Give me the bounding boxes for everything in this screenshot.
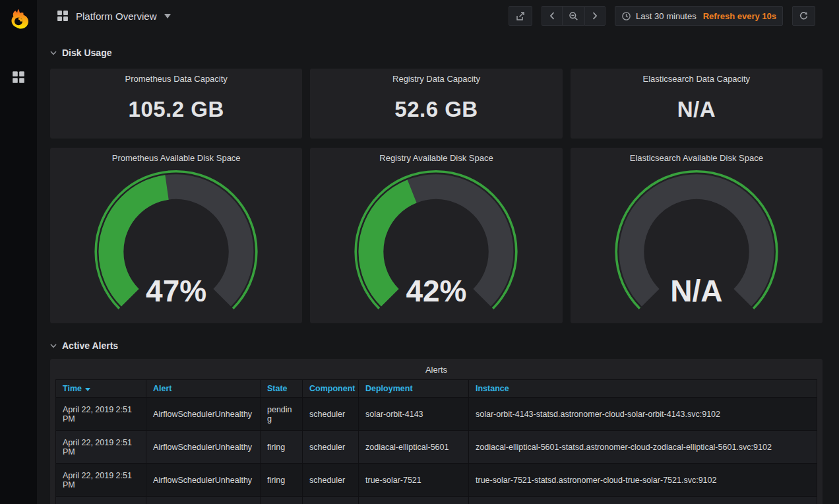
gauge-value: N/A: [601, 276, 792, 306]
cell-component: scheduler: [303, 398, 359, 431]
panel-title[interactable]: Prometheus Data Capacity: [50, 69, 302, 86]
column-header-instance[interactable]: Instance: [469, 380, 817, 398]
stat-panel: Elasticsearch Data Capacity N/A: [571, 69, 823, 139]
panel-title[interactable]: Prometheus Available Disk Space: [112, 148, 241, 166]
cell-instance: true-solar-7521-statsd.astronomer-cloud-…: [469, 464, 817, 497]
stat-value: N/A: [571, 86, 823, 139]
dashboard-title[interactable]: Platform Overview: [76, 11, 157, 22]
cell-time: April 22, 2019 2:51 PM: [56, 464, 146, 497]
section-active-alerts[interactable]: Active Alerts: [50, 340, 823, 351]
zoom-out-button[interactable]: [562, 6, 584, 26]
cell-alert: [146, 497, 261, 504]
main-column: Platform Overview: [37, 0, 839, 504]
sidebar: [0, 0, 37, 504]
time-forward-button[interactable]: [584, 6, 606, 26]
table-row: April 22, 2019 2:51 PM AirflowSchedulerU…: [56, 431, 817, 464]
panel-title[interactable]: Registry Data Capacity: [310, 69, 562, 86]
stat-value: 105.2 GB: [50, 86, 302, 139]
chevron-right-icon: [591, 11, 599, 20]
chevron-down-icon: [50, 50, 57, 55]
alerts-table: Time Alert State Component Deployment In…: [55, 379, 817, 504]
column-header-component[interactable]: Component: [303, 380, 359, 398]
gauge-panel-row: Prometheus Available Disk Space 47%: [50, 148, 823, 323]
refresh-icon: [799, 11, 809, 21]
panel-title[interactable]: Elasticsearch Data Capacity: [571, 69, 823, 86]
cell-deployment: [359, 497, 469, 504]
cell-component: scheduler: [303, 431, 359, 464]
zoom-out-icon: [569, 11, 578, 21]
gauge-value: 47%: [80, 276, 272, 306]
cell-time: April 22, 2019 2:51 PM: [56, 431, 146, 464]
cell-deployment: solar-orbit-4143: [359, 398, 469, 431]
refresh-button[interactable]: [792, 6, 815, 26]
panel-title[interactable]: Elasticsearch Available Disk Space: [630, 148, 763, 166]
column-label: Alert: [153, 384, 171, 393]
cell-alert: AirflowSchedulerUnhealthy: [146, 398, 261, 431]
sort-desc-icon: [85, 384, 90, 393]
cell-alert: AirflowSchedulerUnhealthy: [146, 464, 261, 497]
section-title: Disk Usage: [62, 47, 111, 58]
section-disk-usage[interactable]: Disk Usage: [50, 47, 823, 58]
cell-alert: AirflowSchedulerUnhealthy: [146, 431, 261, 464]
sidebar-dashboards-icon[interactable]: [12, 71, 25, 84]
cell-state: [261, 497, 303, 504]
column-label: Component: [309, 384, 355, 393]
clock-icon: [621, 11, 631, 21]
column-header-alert[interactable]: Alert: [146, 380, 261, 398]
column-header-deployment[interactable]: Deployment: [359, 380, 469, 398]
column-label: Deployment: [365, 384, 413, 393]
panel-title[interactable]: Alerts: [55, 359, 817, 379]
gauge: 47%: [80, 166, 272, 321]
table-row: [56, 497, 817, 504]
share-button[interactable]: [509, 6, 532, 26]
column-label: Time: [63, 384, 82, 393]
column-header-time[interactable]: Time: [56, 380, 146, 398]
time-shift-group: [542, 6, 606, 26]
stat-panel-row: Prometheus Data Capacity 105.2 GB Regist…: [50, 69, 823, 139]
cell-time: [56, 497, 146, 504]
cell-component: [303, 497, 359, 504]
chevron-down-icon: [50, 343, 57, 348]
gauge-value: 42%: [340, 276, 532, 306]
table-header-row: Time Alert State Component Deployment In…: [56, 380, 817, 398]
caret-down-icon: [164, 14, 171, 18]
cell-instance: solar-orbit-4143-statsd.astronomer-cloud…: [469, 398, 817, 431]
column-label: State: [267, 384, 288, 393]
dashboard-grid-icon: [57, 10, 69, 22]
alerts-panel: Alerts Time Alert State Compone: [50, 359, 823, 504]
gauge: 42%: [340, 166, 532, 321]
table-row: April 22, 2019 2:51 PM AirflowSchedulerU…: [56, 398, 817, 431]
panel-title[interactable]: Registry Available Disk Space: [379, 148, 493, 166]
cell-component: scheduler: [303, 464, 359, 497]
navbar: Platform Overview: [37, 0, 839, 32]
section-title: Active Alerts: [62, 340, 118, 351]
gauge-panel: Prometheus Available Disk Space 47%: [50, 148, 302, 323]
column-header-state[interactable]: State: [261, 380, 303, 398]
cell-state: firing: [261, 464, 303, 497]
cell-deployment: true-solar-7521: [359, 464, 469, 497]
cell-deployment: zodiacal-elliptical-5601: [359, 431, 469, 464]
cell-state: firing: [261, 431, 303, 464]
cell-time: April 22, 2019 2:51 PM: [56, 398, 146, 431]
refresh-interval-label: Refresh every 10s: [703, 11, 776, 21]
time-back-button[interactable]: [542, 6, 562, 26]
chevron-left-icon: [548, 11, 556, 20]
navbar-left: Platform Overview: [57, 10, 171, 22]
gauge-panel: Elasticsearch Available Disk Space N/A: [571, 148, 823, 323]
gauge: N/A: [601, 166, 792, 321]
stat-panel: Registry Data Capacity 52.6 GB: [310, 69, 562, 139]
table-row: April 22, 2019 2:51 PM AirflowSchedulerU…: [56, 464, 817, 497]
stat-value: 52.6 GB: [310, 86, 562, 139]
time-picker-button[interactable]: Last 30 minutes Refresh every 10s: [615, 6, 783, 26]
column-label: Instance: [476, 384, 509, 393]
grafana-flame-icon: [7, 8, 30, 30]
grafana-app: Platform Overview: [0, 0, 839, 504]
time-range-label: Last 30 minutes: [636, 11, 697, 21]
navbar-right: Last 30 minutes Refresh every 10s: [509, 6, 815, 26]
share-icon: [515, 11, 526, 21]
gauge-panel: Registry Available Disk Space 42%: [310, 148, 562, 323]
stat-panel: Prometheus Data Capacity 105.2 GB: [50, 69, 302, 139]
cell-instance: zodiacal-elliptical-5601-statsd.astronom…: [469, 431, 817, 464]
grafana-logo[interactable]: [3, 3, 34, 35]
cell-instance: [469, 497, 817, 504]
